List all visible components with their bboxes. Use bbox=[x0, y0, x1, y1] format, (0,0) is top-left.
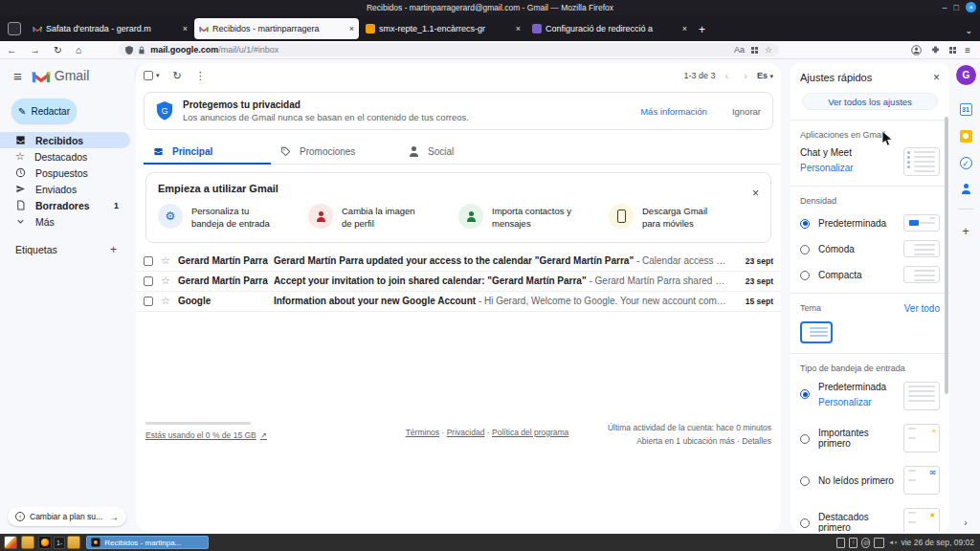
firefox-view-icon[interactable] bbox=[8, 22, 21, 35]
privacy-link[interactable]: Privacidad bbox=[447, 428, 485, 437]
lock-icon[interactable] bbox=[138, 46, 145, 55]
tab-primary[interactable]: Principal bbox=[144, 140, 271, 165]
onboarding-item-import[interactable]: Importa contactos y mensajes bbox=[458, 204, 609, 231]
contacts-icon[interactable] bbox=[960, 184, 971, 194]
tab-close-icon[interactable]: × bbox=[349, 24, 354, 33]
close-icon[interactable]: × bbox=[933, 71, 940, 84]
sidebar-item-drafts[interactable]: Borradores 1 bbox=[0, 197, 130, 213]
density-option-comfortable[interactable]: Cómoda bbox=[800, 240, 940, 257]
bookmark-star-icon[interactable]: ☆ bbox=[765, 45, 772, 55]
browser-tab-2-active[interactable]: Recibidos - martinparragera × bbox=[194, 18, 359, 39]
close-button[interactable]: × bbox=[966, 2, 976, 12]
radio-icon[interactable] bbox=[800, 245, 810, 254]
more-options-icon[interactable]: ⋮ bbox=[195, 70, 206, 82]
radio-icon[interactable] bbox=[800, 476, 810, 486]
list-all-tabs-icon[interactable]: ⌄ bbox=[965, 26, 972, 35]
start-menu-icon[interactable] bbox=[4, 536, 17, 549]
network-icon[interactable]: @ bbox=[861, 538, 870, 548]
newer-page-icon[interactable]: ‹ bbox=[725, 70, 729, 81]
see-all-settings-button[interactable]: Ver todos los ajustes bbox=[802, 93, 938, 110]
calendar-icon[interactable]: 31 bbox=[960, 103, 972, 116]
density-option-compact[interactable]: Compacta bbox=[800, 266, 940, 283]
theme-thumbnail-selected[interactable] bbox=[800, 321, 833, 343]
battery-alert-icon[interactable]: ! bbox=[849, 538, 858, 548]
star-icon[interactable]: ☆ bbox=[161, 295, 170, 307]
firefox-launcher-icon[interactable] bbox=[38, 536, 52, 549]
star-icon[interactable]: ☆ bbox=[161, 254, 170, 267]
main-menu-icon[interactable]: ≡ bbox=[13, 68, 22, 84]
input-language-selector[interactable]: Es ▾ bbox=[757, 71, 773, 80]
folder-icon[interactable] bbox=[67, 536, 80, 549]
row-checkbox[interactable] bbox=[144, 256, 153, 266]
radio-icon[interactable] bbox=[800, 434, 810, 444]
tasks-icon[interactable]: ✓ bbox=[960, 157, 972, 169]
row-checkbox[interactable] bbox=[144, 276, 153, 286]
radio-icon[interactable] bbox=[800, 271, 810, 280]
extensions-icon[interactable] bbox=[930, 45, 941, 55]
email-row[interactable]: ☆ Gerard Martín Parra Gerard Martín Parr… bbox=[136, 252, 781, 272]
program-policy-link[interactable]: Política del programa bbox=[492, 428, 568, 437]
forward-icon[interactable]: → bbox=[31, 44, 41, 55]
browser-tab-3[interactable]: smx-repte_1.1-encàrrecs-gr × bbox=[361, 18, 525, 39]
url-bar[interactable]: mail.google.com/mail/u/1/#inbox Aa ☆ bbox=[119, 43, 779, 56]
refresh-icon[interactable]: ↻ bbox=[173, 70, 182, 82]
compose-button[interactable]: ✎ Redactar bbox=[11, 99, 77, 123]
taskbar-active-window[interactable]: Recibidos - martinpa... bbox=[86, 536, 209, 549]
onboarding-item-mobile[interactable]: Descarga Gmail para móviles bbox=[609, 204, 759, 231]
inbox-type-unread-first[interactable]: No leídos primero ✉ bbox=[800, 466, 940, 495]
back-icon[interactable]: ← bbox=[7, 44, 17, 55]
volume-muted-icon[interactable]: ◄× bbox=[888, 538, 897, 548]
onboarding-item-customize[interactable]: ⚙ Personaliza tu bandeja de entrada bbox=[158, 204, 308, 231]
email-row[interactable]: ☆ Google Information about your new Goog… bbox=[136, 292, 781, 312]
activity-details-link[interactable]: Abierta en 1 ubicación más · Detalles bbox=[608, 435, 771, 449]
close-icon[interactable]: × bbox=[752, 187, 759, 200]
sidebar-item-inbox[interactable]: Recibidos bbox=[0, 132, 130, 148]
browser-tab-1[interactable]: Safata d'entrada - gerard.m × bbox=[28, 18, 192, 39]
keep-icon[interactable] bbox=[960, 130, 972, 143]
tab-close-icon[interactable]: × bbox=[682, 24, 687, 33]
tab-close-icon[interactable]: × bbox=[516, 24, 521, 33]
shield-icon[interactable] bbox=[125, 46, 133, 55]
density-option-default[interactable]: Predeterminada bbox=[800, 214, 940, 231]
theme-view-all-link[interactable]: Ver todo bbox=[904, 303, 940, 314]
customize-link[interactable]: Personalizar bbox=[800, 163, 854, 173]
sidebar-item-sent[interactable]: Enviados bbox=[0, 181, 130, 197]
tab-promotions[interactable]: Promociones bbox=[271, 140, 398, 165]
translate-icon[interactable]: Aa bbox=[734, 45, 745, 55]
sidebar-item-starred[interactable]: ☆ Destacados bbox=[0, 148, 130, 165]
display-icon[interactable] bbox=[874, 538, 884, 548]
older-page-icon[interactable]: › bbox=[744, 70, 747, 81]
upgrade-plan-button[interactable]: ↑ Cambiar a plan su... → bbox=[8, 507, 126, 526]
account-icon[interactable] bbox=[911, 45, 922, 55]
star-icon[interactable]: ☆ bbox=[161, 275, 170, 287]
minimize-button[interactable]: – bbox=[943, 3, 947, 12]
inbox-customize-link[interactable]: Personalizar bbox=[818, 397, 886, 408]
maximize-button[interactable]: □ bbox=[954, 3, 959, 12]
radio-checked-icon[interactable] bbox=[800, 219, 810, 229]
onboarding-item-profile-image[interactable]: Cambia la imagen de perfil bbox=[308, 204, 458, 231]
folder-icon[interactable] bbox=[21, 536, 34, 549]
select-dropdown-icon[interactable]: ▾ bbox=[156, 72, 160, 79]
home-icon[interactable]: ⌂ bbox=[76, 44, 81, 55]
sidebar-item-snoozed[interactable]: Pospuestos bbox=[0, 165, 130, 181]
more-info-link[interactable]: Más información bbox=[640, 106, 707, 117]
apps-grid-icon[interactable] bbox=[949, 47, 956, 54]
select-all-checkbox[interactable] bbox=[144, 71, 153, 80]
tab-close-icon[interactable]: × bbox=[183, 24, 188, 33]
settings-scrollbar[interactable] bbox=[945, 117, 948, 394]
tab-social[interactable]: Social bbox=[398, 140, 525, 165]
add-label-icon[interactable]: + bbox=[110, 243, 117, 256]
extension-grid-icon[interactable] bbox=[751, 47, 758, 54]
radio-icon[interactable] bbox=[800, 518, 810, 528]
ignore-link[interactable]: Ignorar bbox=[732, 106, 761, 117]
row-checkbox[interactable] bbox=[144, 297, 153, 306]
terms-link[interactable]: Términos bbox=[406, 428, 439, 437]
sidebar-item-more[interactable]: Más bbox=[0, 213, 130, 230]
inbox-type-starred-first[interactable]: Destacados primero ★ bbox=[800, 508, 940, 532]
collapse-panel-icon[interactable]: › bbox=[964, 518, 967, 528]
new-tab-button[interactable]: + bbox=[699, 23, 705, 36]
battery-icon[interactable] bbox=[836, 538, 845, 548]
workspace-switcher[interactable]: 1- bbox=[54, 537, 65, 549]
email-row[interactable]: ☆ Gerard Martín Parra Accept your invita… bbox=[136, 272, 781, 292]
menu-icon[interactable]: ≡ bbox=[965, 45, 970, 55]
